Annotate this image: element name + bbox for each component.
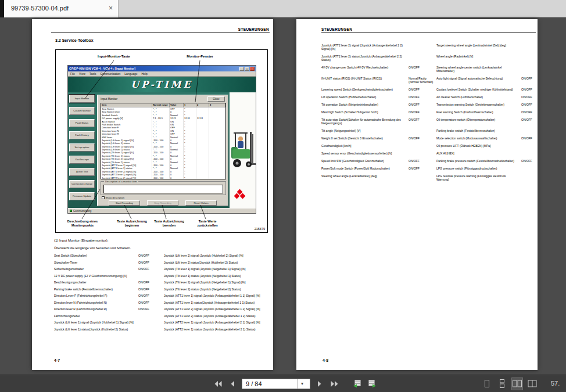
show-description-label: Show description bbox=[106, 196, 125, 199]
mitsubishi-logo bbox=[234, 190, 245, 199]
first-page-button[interactable] bbox=[213, 378, 223, 390]
signal-row: Joystick (ATT2 lever 2) status(Joystick … bbox=[321, 55, 536, 62]
signal-row: Geschwindigkeit [km/h]Oil pressure LIFT … bbox=[321, 144, 536, 148]
window-corner bbox=[0, 0, 4, 17]
signal-row: 12 V DC power supply (12 V Gleichstromve… bbox=[54, 274, 268, 278]
last-page-button[interactable] bbox=[329, 378, 339, 390]
signal-row: 4V-5V change-over Switch (4V-5V Wechsels… bbox=[321, 66, 536, 73]
previous-page-button[interactable] bbox=[227, 378, 238, 390]
app-menu-bar: FileViewToolsCommunicationLanguageHelp bbox=[68, 71, 256, 77]
panel-buttons-row: Start RecordingStop RecordingReset Value… bbox=[98, 200, 228, 206]
signal-row: Direction lever R (Fahrtrichtungshebel R… bbox=[54, 307, 268, 311]
reset-values-button[interactable]: Reset Values bbox=[185, 200, 217, 206]
pdf-viewer-window: 99739-57300-04.pdf × STEUERUNGEN 3.2 Ser… bbox=[0, 0, 566, 392]
tab-close-icon[interactable]: × bbox=[109, 4, 113, 12]
item-text: Überwacht die Eingänge von Sensoren und … bbox=[54, 246, 131, 250]
sidebar-button-active-test[interactable]: Active Test bbox=[69, 168, 95, 176]
next-page-button[interactable] bbox=[314, 378, 325, 390]
kim-app-window: GP/DP-KIM-55N VCM-4 : VCM-4 : [Input Mon… bbox=[67, 65, 256, 214]
sidebar-button-connection-change[interactable]: Connection change bbox=[69, 180, 95, 188]
page-left: STEUERUNGEN 3.2 Service-Toolbox GP/DP-KI… bbox=[32, 19, 273, 370]
monitor-table-body: Seat Switch* - *OFF*Seat Switch timer* -… bbox=[101, 107, 225, 179]
page-navigation: ▾ bbox=[213, 375, 377, 392]
signal-row: Joystick (Lift lever 1) signal (Joystick… bbox=[54, 321, 268, 324]
sidebar-button-input-monitor[interactable]: Input Monitor bbox=[69, 95, 95, 103]
signal-row: Tilt auto-stop Switch(Schalter für autom… bbox=[321, 118, 536, 125]
signal-row: Sitzschalter-TimerON/OFFJoystick (Lift l… bbox=[54, 261, 268, 264]
facing-pages-view-icon bbox=[513, 379, 522, 388]
sidebar-button-fault-history[interactable]: Fault History bbox=[69, 131, 95, 139]
monitor-row[interactable]: Joystick (ATT2 lever 2) signal [%]-100 -… bbox=[101, 177, 225, 179]
signal-row: Lift operation Switch (Hubbetriebsschalt… bbox=[321, 95, 536, 99]
menu-item-help[interactable]: Help bbox=[142, 72, 148, 75]
input-monitor-panel: Input Monitor Close ItemNormal rangeValu… bbox=[97, 95, 228, 206]
continuous-view-button[interactable] bbox=[496, 377, 508, 390]
service-toolbox-figure: GP/DP-KIM-55N VCM-4 : VCM-4 : [Input Mon… bbox=[55, 49, 268, 233]
previous-view-button[interactable] bbox=[352, 378, 363, 390]
panel-title: Input Monitor bbox=[101, 97, 117, 100]
app-title: GP/DP-KIM-55N VCM-4 : VCM-4 : [Input Mon… bbox=[69, 67, 239, 70]
menu-item-language[interactable]: Language bbox=[124, 72, 137, 75]
figure-callout: Beschreibung eines Monitorpunkts bbox=[58, 220, 107, 227]
signal-row: Speed limit SW (Geschwindigkeit Grenzsch… bbox=[321, 159, 536, 163]
sidebar-button-set-up-option[interactable]: Set-up option bbox=[69, 143, 95, 152]
app-title-bar: GP/DP-KIM-55N VCM-4 : VCM-4 : [Input Mon… bbox=[68, 66, 256, 71]
next-page-icon bbox=[317, 380, 323, 388]
last-page-icon bbox=[330, 380, 339, 388]
signal-row: Seat Switch (Sitzschalter)ON/OFFJoystick… bbox=[54, 254, 268, 257]
close-panel-button[interactable]: Close bbox=[207, 96, 225, 102]
page-header: STEUERUNGEN bbox=[321, 27, 352, 31]
minimize-button[interactable]: _ bbox=[239, 67, 244, 71]
sidebar-button-oscilloscope[interactable]: Oscilloscope bbox=[69, 156, 95, 164]
start-recording-button[interactable]: Start Recording bbox=[109, 200, 140, 206]
menu-item-tools[interactable]: Tools bbox=[89, 72, 96, 75]
sidebar-button-fault-status[interactable]: Fault Status bbox=[69, 119, 95, 127]
signal-row: Tilt angle (Neigungswinkel) [V]Parking b… bbox=[321, 129, 536, 132]
app-status-bar: Communicating bbox=[68, 208, 256, 213]
book-view-icon bbox=[528, 379, 537, 388]
connection-indicator bbox=[70, 210, 72, 212]
branding-strip bbox=[230, 92, 256, 208]
monitor-table[interactable]: ItemNormal rangeValue123 Seat Switch* - … bbox=[101, 103, 226, 179]
sidebar-button-custom-monitor[interactable]: Custom Monitor bbox=[69, 107, 95, 115]
menu-item-communication[interactable]: Communication bbox=[101, 72, 121, 75]
page-dropdown-icon[interactable]: ▾ bbox=[297, 379, 307, 389]
stop-recording-button[interactable]: Stop Recording bbox=[147, 200, 178, 206]
show-description-checkbox[interactable] bbox=[102, 196, 105, 199]
sidebar-button-firmware-update[interactable]: Firmware Update bbox=[69, 192, 95, 200]
header-rule bbox=[51, 33, 270, 33]
continuous-view-icon bbox=[497, 379, 507, 388]
signal-table-right: Joystick (ATT2 lever 2) signal (Joystick… bbox=[321, 44, 536, 185]
signal-row: BeschleunigungsschalterON/OFFJoystick (T… bbox=[54, 280, 268, 284]
signal-row: Parking brake switch (Feststellbremsscha… bbox=[54, 287, 268, 291]
facing-pages-view-button[interactable] bbox=[511, 377, 523, 390]
menu-item-file[interactable]: File bbox=[70, 72, 75, 75]
figure-callout: Input-Monitor-Taste bbox=[86, 55, 142, 59]
book-view-button[interactable] bbox=[526, 377, 538, 390]
description-box-title: Description of a monitor item bbox=[104, 180, 138, 183]
page-number-box: ▾ bbox=[242, 379, 310, 389]
tab-bar: 99739-57300-04.pdf × bbox=[0, 0, 566, 17]
next-view-icon bbox=[367, 379, 377, 388]
signal-row: Power/Soft mode Switch (Power/Soft Modus… bbox=[321, 167, 536, 170]
view-mode-group bbox=[481, 375, 538, 392]
menu-item-view[interactable]: View bbox=[79, 72, 85, 75]
show-description-row: Show description bbox=[102, 196, 124, 199]
next-view-button[interactable] bbox=[367, 378, 377, 390]
signal-row: Joystick (ATT2 lever 2) signal (Joystick… bbox=[321, 44, 536, 51]
uptime-banner: UP-TIME bbox=[68, 77, 256, 92]
signal-row: Direction Lever F (Fahrtrichtungshebel F… bbox=[54, 294, 268, 297]
close-window-button[interactable]: × bbox=[250, 67, 255, 71]
maximize-button[interactable]: □ bbox=[245, 67, 249, 71]
signal-row: Mast high Switch (Schalter Hubgerüst hoc… bbox=[321, 110, 536, 114]
zoom-level[interactable]: 57. bbox=[551, 380, 566, 387]
signal-row: FahrtrichtungshebelJoystick (ATT1 lever … bbox=[54, 314, 268, 318]
single-page-view-button[interactable] bbox=[481, 377, 493, 390]
description-textarea[interactable] bbox=[103, 185, 223, 193]
page-number-input[interactable] bbox=[242, 379, 297, 388]
single-page-view-icon bbox=[482, 379, 492, 388]
document-tab[interactable]: 99739-57300-04.pdf × bbox=[4, 0, 119, 17]
first-page-icon bbox=[214, 380, 223, 388]
signal-row: SicherheitsgurtschalterON/OFFJoystick (T… bbox=[54, 267, 268, 271]
signal-row: Steering wheel angle (Lenkradwinkel) [de… bbox=[321, 174, 536, 181]
